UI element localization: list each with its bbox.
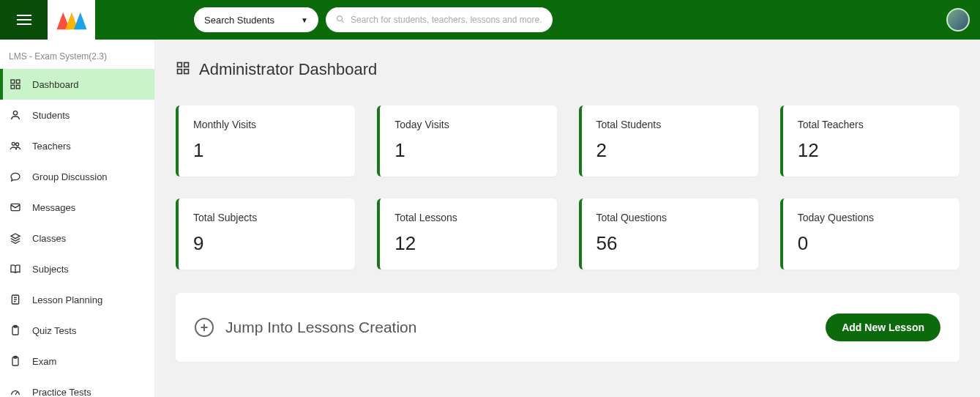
sidebar-item-teachers[interactable]: Teachers bbox=[0, 130, 154, 161]
add-new-lesson-button[interactable]: Add New Lesson bbox=[826, 313, 940, 341]
clipboard-icon bbox=[9, 324, 22, 337]
stat-value: 12 bbox=[394, 232, 542, 255]
grid-icon bbox=[176, 61, 190, 78]
cta-left: + Jump Into Lessons Creation bbox=[195, 318, 416, 337]
people-icon bbox=[9, 139, 22, 152]
sidebar-item-students[interactable]: Students bbox=[0, 100, 154, 130]
sidebar-item-label: Teachers bbox=[32, 141, 71, 152]
stat-value: 12 bbox=[798, 139, 945, 162]
sidebar-item-classes[interactable]: Classes bbox=[0, 223, 154, 253]
clipboard-icon bbox=[9, 355, 22, 368]
stat-label: Today Questions bbox=[798, 212, 945, 223]
stat-label: Total Students bbox=[596, 119, 744, 130]
svg-rect-3 bbox=[16, 80, 20, 84]
stat-today-questions: Today Questions 0 bbox=[780, 198, 960, 270]
svg-point-6 bbox=[13, 111, 17, 115]
stats-grid: Monthly Visits 1 Today Visits 1 Total St… bbox=[176, 105, 960, 270]
sidebar-item-label: Classes bbox=[32, 233, 66, 244]
sidebar-item-dashboard[interactable]: Dashboard bbox=[0, 69, 154, 100]
search-group: Search Students ▼ bbox=[194, 7, 553, 32]
person-icon bbox=[9, 108, 22, 122]
logo[interactable] bbox=[48, 0, 95, 40]
book-icon bbox=[9, 262, 22, 275]
main: Administrator Dashboard Monthly Visits 1… bbox=[155, 40, 980, 397]
svg-point-8 bbox=[16, 143, 19, 146]
mail-icon bbox=[9, 201, 22, 214]
layers-icon bbox=[9, 231, 22, 245]
sidebar: LMS - Exam System(2.3) Dashboard Student… bbox=[0, 40, 155, 397]
sidebar-item-messages[interactable]: Messages bbox=[0, 192, 154, 223]
sidebar-item-exam[interactable]: Exam bbox=[0, 346, 154, 376]
stat-today-visits: Today Visits 1 bbox=[377, 105, 556, 177]
gauge-icon bbox=[9, 385, 22, 397]
svg-line-1 bbox=[342, 20, 344, 22]
sidebar-item-lesson-planning[interactable]: Lesson Planning bbox=[0, 284, 154, 315]
sidebar-item-label: Students bbox=[32, 110, 70, 121]
svg-rect-22 bbox=[178, 70, 182, 74]
cta-card: + Jump Into Lessons Creation Add New Les… bbox=[176, 293, 960, 362]
sidebar-item-subjects[interactable]: Subjects bbox=[0, 253, 154, 284]
sidebar-item-quiz-tests[interactable]: Quiz Tests bbox=[0, 315, 154, 346]
topbar: Search Students ▼ bbox=[0, 0, 980, 40]
svg-rect-5 bbox=[16, 85, 20, 89]
stat-label: Monthly Visits bbox=[193, 119, 340, 130]
menu-icon bbox=[17, 10, 31, 29]
stat-value: 1 bbox=[394, 139, 542, 162]
sidebar-item-label: Quiz Tests bbox=[32, 325, 76, 336]
stat-label: Today Visits bbox=[394, 119, 542, 130]
chat-icon bbox=[9, 170, 22, 183]
stat-value: 1 bbox=[193, 139, 340, 162]
stat-total-lessons: Total Lessons 12 bbox=[377, 198, 556, 270]
svg-point-7 bbox=[12, 142, 15, 145]
sidebar-item-label: Group Discussion bbox=[32, 171, 108, 182]
search-category-dropdown[interactable]: Search Students ▼ bbox=[194, 7, 318, 32]
sidebar-item-group-discussion[interactable]: Group Discussion bbox=[0, 161, 154, 192]
stat-total-subjects: Total Subjects 9 bbox=[176, 198, 355, 270]
stat-label: Total Questions bbox=[596, 212, 744, 223]
svg-rect-23 bbox=[184, 70, 189, 74]
search-input[interactable] bbox=[351, 15, 542, 25]
search-icon bbox=[336, 15, 345, 26]
page-title-row: Administrator Dashboard bbox=[176, 60, 960, 79]
svg-rect-20 bbox=[178, 63, 182, 67]
search-category-label: Search Students bbox=[204, 15, 274, 26]
logo-icon bbox=[56, 9, 88, 31]
svg-rect-2 bbox=[11, 80, 15, 84]
svg-point-0 bbox=[337, 15, 343, 21]
sidebar-item-label: Subjects bbox=[32, 264, 69, 275]
avatar[interactable] bbox=[946, 8, 970, 31]
grid-icon bbox=[9, 78, 22, 91]
search-input-wrap bbox=[326, 7, 553, 32]
sidebar-item-label: Practice Tests bbox=[32, 387, 91, 398]
sidebar-item-label: Exam bbox=[32, 356, 56, 367]
sidebar-title: LMS - Exam System(2.3) bbox=[0, 40, 154, 69]
hamburger-button[interactable] bbox=[0, 0, 48, 40]
sidebar-item-label: Messages bbox=[32, 202, 75, 213]
stat-total-teachers: Total Teachers 12 bbox=[780, 105, 960, 177]
page-title: Administrator Dashboard bbox=[199, 60, 377, 79]
stat-value: 2 bbox=[596, 139, 744, 162]
stat-total-students: Total Students 2 bbox=[579, 105, 758, 177]
svg-rect-21 bbox=[184, 63, 189, 67]
caret-down-icon: ▼ bbox=[301, 16, 308, 24]
stat-value: 56 bbox=[596, 232, 744, 255]
sidebar-item-label: Lesson Planning bbox=[32, 294, 102, 305]
svg-line-19 bbox=[15, 392, 18, 395]
stat-label: Total Subjects bbox=[193, 212, 340, 223]
stat-label: Total Lessons bbox=[394, 212, 542, 223]
plus-circle-icon: + bbox=[195, 318, 214, 337]
stat-value: 0 bbox=[798, 232, 945, 255]
stat-monthly-visits: Monthly Visits 1 bbox=[176, 105, 355, 177]
stat-label: Total Teachers bbox=[798, 119, 945, 130]
stat-total-questions: Total Questions 56 bbox=[579, 198, 758, 270]
sidebar-item-label: Dashboard bbox=[32, 79, 79, 90]
stat-value: 9 bbox=[193, 232, 340, 255]
svg-rect-4 bbox=[11, 85, 15, 89]
cta-text: Jump Into Lessons Creation bbox=[225, 319, 416, 336]
note-icon bbox=[9, 293, 22, 306]
sidebar-item-practice-tests[interactable]: Practice Tests bbox=[0, 376, 154, 397]
